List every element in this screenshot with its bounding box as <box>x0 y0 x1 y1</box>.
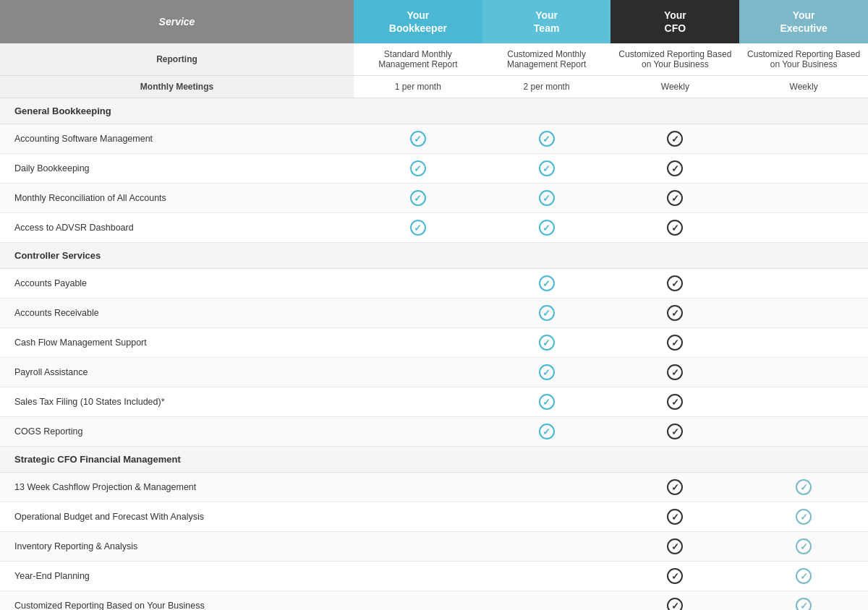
executive-cell: ✓ <box>739 562 868 591</box>
cfo-cell: ✓ <box>610 213 739 243</box>
check-icon: ✓ <box>667 220 683 236</box>
category-row: Strategic CFO Financial Management <box>0 447 868 473</box>
check-icon: ✓ <box>539 305 555 321</box>
bookkeeper-cell <box>354 269 482 298</box>
team-cell <box>482 562 611 591</box>
cfo-cell: ✓ <box>610 502 739 532</box>
bookkeeper-cell <box>354 328 482 358</box>
service-name: Accounts Payable <box>0 269 354 298</box>
check-icon: ✓ <box>539 160 555 176</box>
category-executive <box>739 243 868 269</box>
team-report: Customized Monthly Management Report <box>482 43 611 76</box>
executive-header: Your Executive <box>739 0 868 43</box>
team-cell: ✓ <box>482 184 611 213</box>
team-cell <box>482 532 611 562</box>
check-icon: ✓ <box>410 220 426 236</box>
check-icon: ✓ <box>410 131 426 147</box>
executive-cell <box>739 387 868 417</box>
cfo-cell: ✓ <box>610 417 739 447</box>
category-team <box>482 447 611 473</box>
bookkeeper-header: Your Bookkeeper <box>354 0 482 43</box>
bookkeeper-report: Standard Monthly Management Report <box>354 43 482 76</box>
check-icon: ✓ <box>667 364 683 380</box>
service-name: Cash Flow Management Support <box>0 328 354 358</box>
executive-cell: ✓ <box>739 473 868 502</box>
meetings-team: 2 per month <box>482 76 611 98</box>
cfo-cell: ✓ <box>610 298 739 328</box>
bookkeeper-cell <box>354 591 482 610</box>
service-name: Operational Budget and Forecast With Ana… <box>0 502 354 532</box>
executive-cell <box>739 358 868 387</box>
check-icon: ✓ <box>410 190 426 206</box>
team-cell: ✓ <box>482 269 611 298</box>
table-row: Accounts Payable ✓ ✓ <box>0 269 868 298</box>
executive-cell: ✓ <box>739 591 868 610</box>
reporting-row: Reporting Standard Monthly Management Re… <box>0 43 868 76</box>
service-name: Monthly Reconciliation of All Accounts <box>0 184 354 213</box>
service-name: Inventory Reporting & Analysis <box>0 532 354 562</box>
check-icon: ✓ <box>539 424 555 439</box>
check-icon: ✓ <box>539 131 555 147</box>
check-icon: ✓ <box>667 335 683 351</box>
executive-line2: Executive <box>780 22 827 34</box>
category-bookkeeper <box>354 243 482 269</box>
cfo-header: Your CFO <box>610 0 739 43</box>
check-icon: ✓ <box>796 479 812 495</box>
team-cell <box>482 591 611 610</box>
check-icon: ✓ <box>796 509 812 525</box>
check-icon: ✓ <box>796 538 812 554</box>
executive-cell <box>739 213 868 243</box>
meetings-bookkeeper: 1 per month <box>354 76 482 98</box>
check-icon: ✓ <box>667 424 683 439</box>
table-row: Payroll Assistance ✓ ✓ <box>0 358 868 387</box>
table-row: Year-End Planning ✓ ✓ <box>0 562 868 591</box>
category-bookkeeper <box>354 447 482 473</box>
service-header: Service <box>0 0 354 43</box>
table-row: 13 Week Cashflow Projection & Management… <box>0 473 868 502</box>
executive-line1: Your <box>793 9 815 21</box>
check-icon: ✓ <box>539 190 555 206</box>
meetings-cfo: Weekly <box>610 76 739 98</box>
meetings-executive: Weekly <box>739 76 868 98</box>
service-name: Payroll Assistance <box>0 358 354 387</box>
service-name: COGS Reporting <box>0 417 354 447</box>
table-row: Inventory Reporting & Analysis ✓ ✓ <box>0 532 868 562</box>
table-row: Daily Bookkeeping ✓ ✓ ✓ <box>0 154 868 184</box>
bookkeeper-cell <box>354 298 482 328</box>
check-icon: ✓ <box>667 568 683 584</box>
cfo-cell: ✓ <box>610 562 739 591</box>
check-icon: ✓ <box>667 190 683 206</box>
service-name: Customized Reporting Based on Your Busin… <box>0 591 354 610</box>
executive-cell: ✓ <box>739 502 868 532</box>
category-cfo <box>610 98 739 124</box>
service-name: Daily Bookkeeping <box>0 154 354 184</box>
executive-cell <box>739 417 868 447</box>
service-name: Sales Tax Filing (10 States Included)* <box>0 387 354 417</box>
service-name: Accounts Receivable <box>0 298 354 328</box>
cfo-cell: ✓ <box>610 473 739 502</box>
category-team <box>482 98 611 124</box>
team-cell: ✓ <box>482 387 611 417</box>
cfo-cell: ✓ <box>610 328 739 358</box>
table-row: Accounting Software Management ✓ ✓ ✓ <box>0 124 868 154</box>
monthly-meetings-row: Monthly Meetings 1 per month 2 per month… <box>0 76 868 98</box>
team-cell: ✓ <box>482 417 611 447</box>
bookkeeper-cell <box>354 358 482 387</box>
bookkeeper-line2: Bookkeeper <box>389 22 447 34</box>
category-cfo <box>610 447 739 473</box>
cfo-cell: ✓ <box>610 358 739 387</box>
check-icon: ✓ <box>539 220 555 236</box>
executive-cell <box>739 298 868 328</box>
cfo-line2: CFO <box>665 22 686 34</box>
check-icon: ✓ <box>667 538 683 554</box>
category-row: General Bookkeeping <box>0 98 868 124</box>
table-row: Customized Reporting Based on Your Busin… <box>0 591 868 610</box>
bookkeeper-cell: ✓ <box>354 213 482 243</box>
bookkeeper-cell <box>354 473 482 502</box>
team-line2: Team <box>534 22 560 34</box>
check-icon: ✓ <box>667 598 683 610</box>
executive-report: Customized Reporting Based on Your Busin… <box>739 43 868 76</box>
check-icon: ✓ <box>539 335 555 351</box>
bookkeeper-cell <box>354 502 482 532</box>
check-icon: ✓ <box>539 364 555 380</box>
